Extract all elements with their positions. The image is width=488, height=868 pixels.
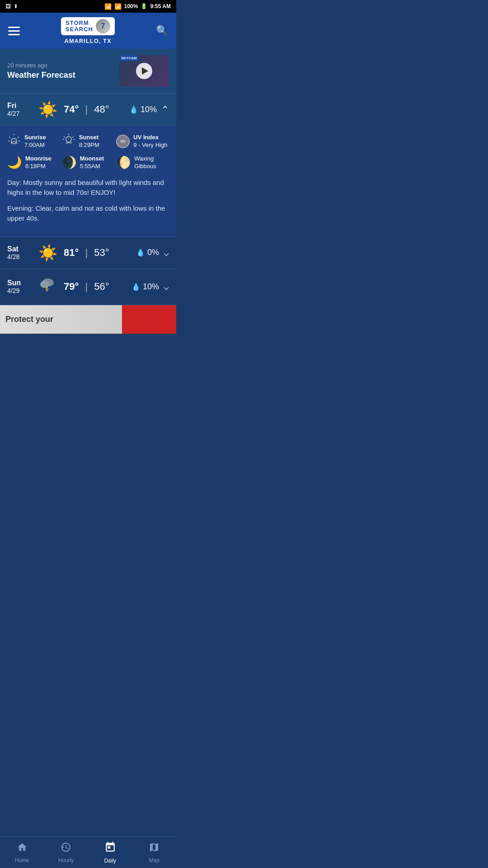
moon-phase-text: WaxingGibbous [134, 155, 156, 170]
precip: 💧 0% [123, 248, 159, 257]
detail-grid: Sunrise 7:00AM [7, 133, 169, 170]
sunset-cell: Sunset 8:29PM [62, 133, 115, 150]
moonrise-icon: 🌙 [7, 156, 22, 170]
photo-icon: 🖼 [5, 3, 11, 9]
day-label: Fri 4/27 [7, 102, 35, 117]
temp-high: 81° [64, 247, 79, 258]
uv-icon: UV [116, 135, 130, 148]
top-nav: STORM SEARCH 7 AMARILLO, TX 🔍 [0, 13, 176, 49]
sunrise-icon [7, 133, 21, 150]
day-detail-fri: Sunrise 7:00AM [0, 126, 176, 237]
moon-phase-cell: 🌔 WaxingGibbous [116, 155, 169, 170]
day-name: Sat [7, 245, 35, 253]
sunset-icon [62, 133, 75, 150]
play-button[interactable] [136, 63, 152, 79]
temp-low: 53° [94, 247, 109, 258]
day-name: Sun [7, 279, 35, 287]
moonrise-cell: 🌙 Moonrise 6:18PM [7, 155, 60, 170]
svg-line-2 [9, 137, 10, 138]
moonrise-text: Moonrise 6:18PM [25, 155, 52, 170]
time-display: 9:55 AM [150, 3, 171, 9]
news-time: 20 minutes ago [7, 62, 75, 69]
moonset-icon: 🌒 [62, 156, 76, 170]
battery-percent: 100% [124, 3, 138, 9]
weather-icon: ☀️ [35, 100, 60, 119]
temp-low: 48° [94, 104, 109, 115]
expand-chevron[interactable]: ⌵ [164, 281, 169, 292]
upload-icon: ⬆ [14, 3, 18, 9]
temps: 74° | 48° [60, 104, 121, 115]
video-label-text: SKYCAM [121, 56, 137, 60]
expand-chevron[interactable]: ⌵ [164, 247, 169, 258]
logo-storm: STORM [66, 20, 93, 26]
search-button[interactable]: 🔍 [156, 25, 168, 37]
day-row-fri[interactable]: Fri 4/27 ☀️ 74° | 48° 💧 10% ⌃ [0, 94, 176, 126]
logo-search: SEARCH [66, 26, 93, 33]
svg-line-8 [64, 137, 65, 137]
forecast-text: Day: Mostly sunny and beautiful with lig… [7, 178, 169, 224]
ad-text: Protect your [5, 315, 53, 324]
signal-icon: 📶 [114, 3, 122, 10]
status-bar: 🖼 ⬆ 📶 📶 100% 🔋 9:55 AM [0, 0, 176, 13]
temps: 79° | 56° [60, 281, 123, 292]
news-text: 20 minutes ago Weather Forecast [7, 62, 75, 80]
precip: 💧 10% [121, 105, 157, 114]
moonset-cell: 🌒 Moonset 5:55AM [62, 155, 115, 170]
temp-low: 56° [94, 281, 109, 292]
rain-drop-icon: 💧 [131, 283, 141, 291]
sunrise-cell: Sunrise 7:00AM [7, 133, 60, 150]
wifi-icon: 📶 [104, 3, 112, 10]
news-title: Weather Forecast [7, 71, 75, 80]
menu-button[interactable] [8, 27, 20, 35]
news-banner[interactable]: 20 minutes ago Weather Forecast SKYCAM [0, 49, 176, 94]
precip: 💧 10% [123, 282, 159, 292]
precip-value: 0% [147, 248, 159, 257]
temps: 81° | 53° [60, 247, 123, 259]
sunset-text: Sunset 8:29PM [79, 134, 99, 149]
moon-phase-icon: 🌔 [116, 156, 131, 170]
weather-icon: ☀️ [35, 243, 60, 262]
logo-box: STORM SEARCH 7 [61, 17, 115, 35]
rain-drop-icon: 💧 [129, 105, 138, 114]
status-right: 📶 📶 100% 🔋 9:55 AM [104, 3, 171, 10]
sunrise-text: Sunrise 7:00AM [24, 134, 46, 149]
svg-line-3 [18, 137, 19, 138]
expand-chevron[interactable]: ⌃ [161, 104, 169, 115]
temp-high: 79° [64, 281, 79, 292]
day-date: 4/27 [7, 110, 35, 117]
precip-value: 10% [141, 105, 157, 114]
day-name: Fri [7, 102, 35, 110]
day-forecast: Day: Mostly sunny and beautiful with lig… [7, 178, 169, 198]
play-triangle [142, 67, 148, 75]
day-date: 4/28 [7, 253, 35, 260]
app-logo: STORM SEARCH 7 AMARILLO, TX [61, 17, 115, 44]
ad-red-block [122, 305, 176, 334]
rain-drop-icon: 💧 [136, 248, 145, 257]
day-date: 4/29 [7, 287, 35, 294]
ad-banner[interactable]: Protect your [0, 305, 176, 334]
svg-point-6 [66, 137, 71, 142]
day-label: Sun 4/29 [7, 279, 35, 294]
logo-number: 7 [96, 19, 110, 33]
weather-icon [35, 275, 60, 298]
svg-point-14 [40, 281, 49, 288]
day-label: Sat 4/28 [7, 245, 35, 260]
night-forecast: Evening: Clear, calm and not as cold wit… [7, 203, 169, 224]
status-icons: 🖼 ⬆ [5, 3, 18, 9]
video-label: SKYCAM [119, 55, 139, 61]
forecast-container: Fri 4/27 ☀️ 74° | 48° 💧 10% ⌃ [0, 94, 176, 305]
uv-text: UV Index 9 - Very High [133, 134, 167, 149]
ad-content: Protect your [0, 305, 122, 334]
moonset-text: Moonset 5:55AM [80, 155, 104, 170]
precip-value: 10% [143, 282, 159, 292]
svg-point-0 [11, 138, 17, 144]
video-thumbnail[interactable]: SKYCAM [119, 55, 169, 87]
uv-cell: UV UV Index 9 - Very High [116, 133, 169, 150]
svg-line-9 [72, 137, 74, 137]
day-row-sun[interactable]: Sun 4/29 79° | 56° 💧 10% ⌵ [0, 269, 176, 305]
day-row-sat[interactable]: Sat 4/28 ☀️ 81° | 53° 💧 0% ⌵ [0, 237, 176, 269]
location-label: AMARILLO, TX [64, 38, 111, 44]
temp-high: 74° [64, 104, 79, 115]
battery-icon: 🔋 [141, 3, 147, 9]
